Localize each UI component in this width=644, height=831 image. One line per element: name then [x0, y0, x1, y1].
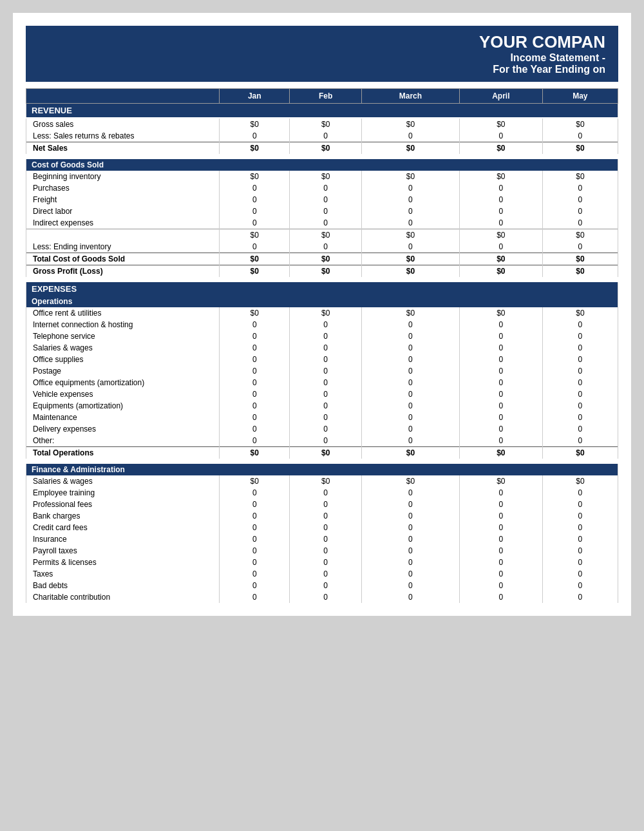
spacer	[26, 459, 618, 464]
total-operations-row: Total Operations $0 $0 $0 $0 $0	[26, 447, 618, 459]
sales-returns-row: Less: Sales returns & rebates 0 0 0 0 0	[26, 130, 618, 142]
maintenance-row: Maintenance 0 0 0 0 0	[26, 412, 618, 423]
col-april: April	[459, 89, 542, 104]
equipments-amort-row: Equipments (amortization) 0 0 0 0 0	[26, 400, 618, 412]
col-feb: Feb	[290, 89, 361, 104]
net-sales-may: $0	[542, 142, 618, 155]
sales-returns-may: 0	[542, 130, 618, 142]
delivery-expenses-label: Delivery expenses	[26, 423, 220, 435]
less-ending-inventory-row: Less: Ending inventory 0 0 0 0 0	[26, 241, 618, 253]
office-rent-row: Office rent & utilities $0 $0 $0 $0 $0	[26, 307, 618, 319]
indirect-expenses-row: Indirect expenses 0 0 0 0 0	[26, 217, 618, 229]
page: YOUR COMPAN Income Statement - For the Y…	[13, 13, 631, 616]
col-may: May	[542, 89, 618, 104]
telephone-row: Telephone service 0 0 0 0 0	[26, 330, 618, 342]
permits-licenses-label: Permits & licenses	[26, 557, 220, 568]
net-sales-label: Net Sales	[26, 142, 220, 155]
salaries-wages-ops-label: Salaries & wages	[26, 342, 220, 354]
credit-card-fees-label: Credit card fees	[26, 522, 220, 533]
professional-fees-label: Professional fees	[26, 499, 220, 510]
sales-returns-feb: 0	[290, 130, 361, 142]
office-equipment-label: Office equipments (amortization)	[26, 377, 220, 388]
col-march: March	[361, 89, 459, 104]
fa-salaries-row: Salaries & wages $0 $0 $0 $0 $0	[26, 475, 618, 487]
gross-profit-label: Gross Profit (Loss)	[26, 265, 220, 278]
spacer	[26, 277, 618, 282]
column-header-row: Jan Feb March April May	[26, 89, 618, 104]
cogs-subtotal-row: $0 $0 $0 $0 $0	[26, 229, 618, 242]
net-sales-feb: $0	[290, 142, 361, 155]
gross-sales-row: Gross sales $0 $0 $0 $0 $0	[26, 119, 618, 130]
income-statement-table: Jan Feb March April May REVENUE Gross sa…	[26, 88, 618, 603]
internet-row: Internet connection & hosting 0 0 0 0 0	[26, 319, 618, 330]
direct-labor-row: Direct labor 0 0 0 0 0	[26, 205, 618, 217]
company-name: YOUR COMPAN	[32, 32, 605, 52]
charitable-contribution-row: Charitable contribution 0 0 0 0 0	[26, 591, 618, 603]
office-rent-label: Office rent & utilities	[26, 307, 220, 319]
charitable-contribution-label: Charitable contribution	[26, 591, 220, 603]
operations-header: Operations	[26, 296, 618, 307]
gross-profit-row: Gross Profit (Loss) $0 $0 $0 $0 $0	[26, 265, 618, 278]
office-supplies-row: Office supplies 0 0 0 0 0	[26, 354, 618, 365]
beginning-inventory-row: Beginning inventory $0 $0 $0 $0 $0	[26, 171, 618, 182]
revenue-header-row: REVENUE	[26, 104, 618, 118]
employee-training-label: Employee training	[26, 487, 220, 499]
sales-returns-label: Less: Sales returns & rebates	[26, 130, 220, 142]
bank-charges-row: Bank charges 0 0 0 0 0	[26, 510, 618, 522]
credit-card-fees-row: Credit card fees 0 0 0 0 0	[26, 522, 618, 533]
bad-debts-row: Bad debts 0 0 0 0 0	[26, 580, 618, 591]
freight-row: Freight 0 0 0 0 0	[26, 194, 618, 205]
gross-sales-may: $0	[542, 119, 618, 130]
direct-labor-label: Direct labor	[26, 205, 220, 217]
col-label	[26, 89, 220, 104]
indirect-expenses-label: Indirect expenses	[26, 217, 220, 229]
bad-debts-label: Bad debts	[26, 580, 220, 591]
freight-label: Freight	[26, 194, 220, 205]
other-ops-row: Other: 0 0 0 0 0	[26, 435, 618, 447]
gross-sales-feb: $0	[290, 119, 361, 130]
report-subtitle: Income Statement -	[32, 52, 605, 64]
postage-row: Postage 0 0 0 0 0	[26, 365, 618, 377]
telephone-label: Telephone service	[26, 330, 220, 342]
total-cogs-label: Total Cost of Goods Sold	[26, 253, 220, 265]
total-cogs-row: Total Cost of Goods Sold $0 $0 $0 $0 $0	[26, 253, 618, 265]
cogs-header: Cost of Goods Sold	[26, 159, 618, 171]
report-header: YOUR COMPAN Income Statement - For the Y…	[26, 26, 618, 82]
net-sales-jan: $0	[220, 142, 290, 155]
report-period: For the Year Ending on	[32, 64, 605, 75]
less-ending-inventory-label: Less: Ending inventory	[26, 241, 220, 253]
net-sales-april: $0	[459, 142, 542, 155]
gross-sales-label: Gross sales	[26, 119, 220, 130]
professional-fees-row: Professional fees 0 0 0 0 0	[26, 499, 618, 510]
delivery-expenses-row: Delivery expenses 0 0 0 0 0	[26, 423, 618, 435]
sales-returns-march: 0	[361, 130, 459, 142]
beginning-inventory-label: Beginning inventory	[26, 171, 220, 182]
purchases-row: Purchases 0 0 0 0 0	[26, 182, 618, 194]
gross-sales-april: $0	[459, 119, 542, 130]
revenue-header: REVENUE	[26, 104, 618, 118]
payroll-taxes-label: Payroll taxes	[26, 545, 220, 557]
finance-admin-header: Finance & Administration	[26, 464, 618, 475]
vehicle-expenses-label: Vehicle expenses	[26, 388, 220, 400]
office-supplies-label: Office supplies	[26, 354, 220, 365]
permits-licenses-row: Permits & licenses 0 0 0 0 0	[26, 557, 618, 568]
gross-sales-march: $0	[361, 119, 459, 130]
other-ops-label: Other:	[26, 435, 220, 447]
salaries-wages-ops-row: Salaries & wages 0 0 0 0 0	[26, 342, 618, 354]
cogs-header-row: Cost of Goods Sold	[26, 159, 618, 171]
maintenance-label: Maintenance	[26, 412, 220, 423]
office-equipment-row: Office equipments (amortization) 0 0 0 0…	[26, 377, 618, 388]
employee-training-row: Employee training 0 0 0 0 0	[26, 487, 618, 499]
equipments-amort-label: Equipments (amortization)	[26, 400, 220, 412]
expenses-header-row: EXPENSES	[26, 282, 618, 296]
purchases-label: Purchases	[26, 182, 220, 194]
vehicle-expenses-row: Vehicle expenses 0 0 0 0 0	[26, 388, 618, 400]
spacer	[26, 154, 618, 159]
fa-salaries-label: Salaries & wages	[26, 475, 220, 487]
insurance-row: Insurance 0 0 0 0 0	[26, 533, 618, 545]
postage-label: Postage	[26, 365, 220, 377]
sales-returns-april: 0	[459, 130, 542, 142]
expenses-header: EXPENSES	[26, 282, 618, 296]
operations-header-row: Operations	[26, 296, 618, 307]
insurance-label: Insurance	[26, 533, 220, 545]
